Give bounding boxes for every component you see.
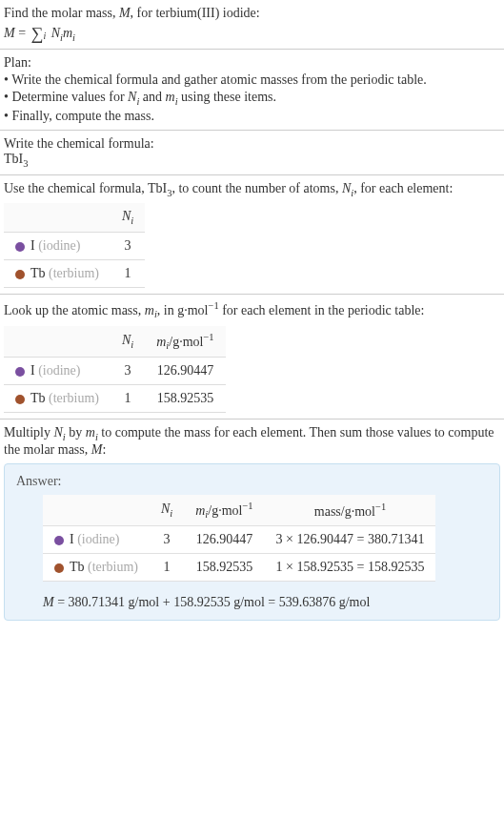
table-header-row: Ni <box>4 203 145 232</box>
table-row: Tb (terbium) 1 158.92535 <box>4 385 226 413</box>
element-dot-icon <box>15 367 25 377</box>
chem-formula: TbI3 <box>4 152 500 169</box>
table-row: I (iodine) 3 126.90447 <box>4 358 226 385</box>
table-header-empty <box>4 203 111 232</box>
lookup-text: Look up the atomic mass, mi, in g·mol−1 … <box>4 300 500 319</box>
n-value: 3 <box>150 526 184 554</box>
multiply-text: Multiply Ni by mi to compute the mass fo… <box>4 425 500 458</box>
element-dot-icon <box>54 563 64 573</box>
chemical-formula-section: Write the chemical formula: TbI3 <box>0 131 504 175</box>
molar-mass-formula: M = ∑i Nimi <box>4 25 500 43</box>
table-header-mass: mass/g·mol−1 <box>265 495 436 526</box>
table-row: Tb (terbium) 1 158.92535 1 × 158.92535 =… <box>43 554 435 582</box>
formula-lhs: M <box>4 26 15 40</box>
table-header-empty <box>43 495 150 526</box>
intro-section: Find the molar mass, M, for terbium(III)… <box>0 0 504 50</box>
table-header-m: mi/g·mol−1 <box>184 495 264 526</box>
table-header-n: Ni <box>150 495 184 526</box>
var-n: N <box>51 26 60 40</box>
element-cell: Tb (terbium) <box>4 385 111 413</box>
intro-line: Find the molar mass, M, for terbium(III)… <box>4 6 500 21</box>
n-value: 1 <box>111 260 145 288</box>
intro-text-suffix: , for terbium(III) iodide: <box>131 6 260 20</box>
n-value: 1 <box>111 385 145 413</box>
table-row: I (iodine) 3 126.90447 3 × 126.90447 = 3… <box>43 526 435 554</box>
equals: = <box>15 26 30 40</box>
element-dot-icon <box>15 395 25 404</box>
plan-item: • Finally, compute the mass. <box>4 109 500 124</box>
atomic-mass-table: Ni mi/g·mol−1 I (iodine) 3 126.90447 Tb … <box>4 326 226 413</box>
m-value: 158.92535 <box>145 385 225 413</box>
compute-section: Multiply Ni by mi to compute the mass fo… <box>0 420 504 626</box>
answer-box: Answer: Ni mi/g·mol−1 mass/g·mol−1 I (io… <box>4 463 500 621</box>
final-result: M = 380.71341 g/mol + 158.92535 g/mol = … <box>43 595 488 610</box>
table-header-m: mi/g·mol−1 <box>145 326 225 358</box>
n-value: 3 <box>111 233 145 260</box>
m-value: 126.90447 <box>184 526 264 554</box>
element-cell: I (iodine) <box>4 358 111 385</box>
table-header-n: Ni <box>111 326 145 358</box>
count-atoms-section: Use the chemical formula, TbI3, to count… <box>0 175 504 296</box>
table-row: I (iodine) 3 <box>4 233 145 260</box>
n-value: 3 <box>111 358 145 385</box>
plan-item: • Write the chemical formula and gather … <box>4 72 500 88</box>
m-value: 158.92535 <box>184 554 264 582</box>
count-text: Use the chemical formula, TbI3, to count… <box>4 181 500 198</box>
m-value: 126.90447 <box>145 358 225 385</box>
element-dot-icon <box>54 536 64 545</box>
element-cell: Tb (terbium) <box>4 260 111 288</box>
n-value: 1 <box>150 554 184 582</box>
sum-symbol: ∑i <box>31 25 47 43</box>
intro-text: Find the molar mass, <box>4 6 119 20</box>
plan-title: Plan: <box>4 55 500 71</box>
answer-label: Answer: <box>16 474 488 489</box>
element-dot-icon <box>15 270 25 279</box>
plan-item: • Determine values for Ni and mi using t… <box>4 90 500 107</box>
atom-count-table: Ni I (iodine) 3 Tb (terbium) 1 <box>4 203 145 288</box>
chem-formula-title: Write the chemical formula: <box>4 136 500 152</box>
var-m-upper: M <box>119 6 131 20</box>
element-cell: Tb (terbium) <box>43 554 150 582</box>
table-header-n: Ni <box>111 203 145 232</box>
plan-list: • Write the chemical formula and gather … <box>4 72 500 124</box>
answer-table: Ni mi/g·mol−1 mass/g·mol−1 I (iodine) 3 … <box>43 495 435 582</box>
table-row: Tb (terbium) 1 <box>4 260 145 288</box>
mass-value: 1 × 158.92535 = 158.92535 <box>265 554 436 582</box>
plan-section: Plan: • Write the chemical formula and g… <box>0 50 504 131</box>
table-header-empty <box>4 326 111 358</box>
lookup-mass-section: Look up the atomic mass, mi, in g·mol−1 … <box>0 295 504 420</box>
var-m-sub: i <box>72 32 75 43</box>
element-dot-icon <box>15 242 25 252</box>
table-header-row: Ni mi/g·mol−1 <box>4 326 226 358</box>
element-cell: I (iodine) <box>43 526 150 554</box>
var-m-lower: m <box>63 26 72 40</box>
element-cell: I (iodine) <box>4 233 111 260</box>
mass-value: 3 × 126.90447 = 380.71341 <box>265 526 436 554</box>
table-header-row: Ni mi/g·mol−1 mass/g·mol−1 <box>43 495 435 526</box>
